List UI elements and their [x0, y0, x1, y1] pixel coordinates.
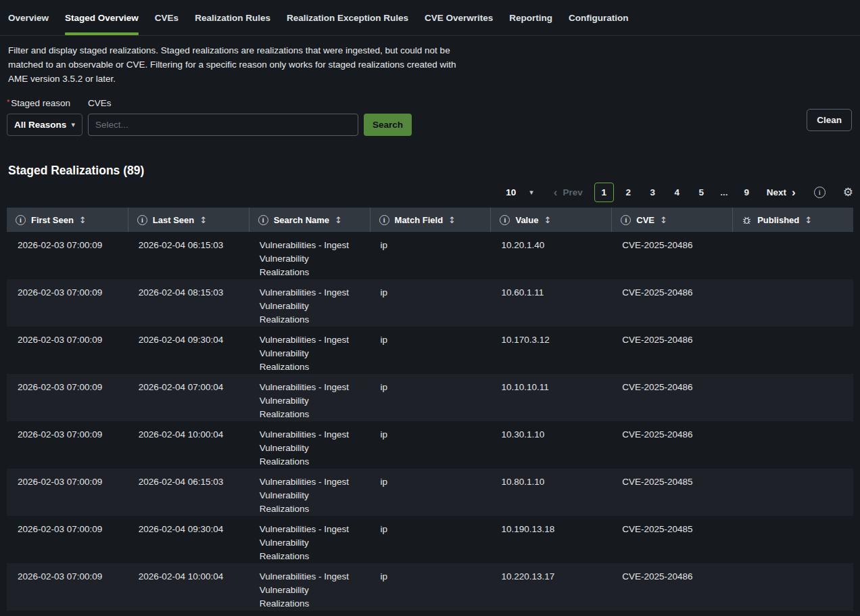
cell-match-field: ip [370, 563, 491, 611]
cell-value: 10.170.3.12 [490, 327, 611, 374]
tab-cves[interactable]: CVEs [155, 0, 178, 35]
cell-published [732, 327, 853, 374]
table-row: 2026-02-03 07:00:092026-02-04 10:00:04Vu… [7, 421, 853, 469]
chevron-left-icon: ‹ [554, 187, 558, 198]
app-page: OverviewStaged OverviewCVEsRealization R… [0, 0, 860, 616]
cell-value: 10.10.10.11 [490, 374, 611, 421]
cell-first-seen: 2026-02-03 07:00:09 [7, 516, 128, 563]
staged-reason-select[interactable]: All Reasons ▾ [7, 114, 82, 136]
cell-last-seen: 2026-02-04 06:15:03 [128, 469, 249, 516]
cell-published [732, 469, 853, 516]
tab-overview[interactable]: Overview [8, 0, 49, 35]
section-title: Staged Realizations (89) [8, 164, 852, 178]
cell-match-field: ip [370, 421, 491, 469]
sort-icon: ↕ [448, 215, 456, 225]
tab-bar: OverviewStaged OverviewCVEsRealization R… [0, 0, 860, 36]
next-button[interactable]: Next › [767, 187, 796, 198]
cell-last-seen: 2026-02-04 06:15:03 [128, 232, 249, 279]
column-label: CVE [636, 215, 654, 225]
page-button-1[interactable]: 1 [594, 183, 614, 202]
cell-cve: CVE-2025-20485 [611, 469, 732, 516]
info-icon[interactable]: i [814, 187, 826, 198]
cell-match-field: ip [370, 327, 491, 374]
cell-search-name: Vulnerabilities - Ingest Vulnerability R… [249, 469, 370, 516]
cell-match-field: ip [370, 279, 491, 327]
cell-value: 10.20.15.10 [490, 611, 611, 616]
tab-staged-overview[interactable]: Staged Overview [65, 0, 139, 35]
column-header-cve[interactable]: iCVE↕ [611, 208, 732, 232]
cell-first-seen: 2026-02-03 07:00:09 [7, 279, 128, 327]
cell-published [732, 279, 853, 327]
cell-search-name: Vulnerabilities - Ingest Vulnerability R… [249, 611, 370, 616]
cell-value: 10.20.1.40 [490, 232, 611, 279]
column-label: Value [515, 215, 538, 225]
column-header-published[interactable]: Published↕ [732, 208, 853, 232]
cell-published [732, 516, 853, 563]
tab-realization-rules[interactable]: Realization Rules [195, 0, 270, 35]
tab-configuration[interactable]: Configuration [569, 0, 628, 35]
gear-icon[interactable]: ⚙ [843, 185, 853, 199]
cell-search-name: Vulnerabilities - Ingest Vulnerability R… [249, 327, 370, 374]
cell-cve: CVE-2025-20486 [611, 374, 732, 421]
page-size-value: 10 [506, 187, 516, 197]
sort-icon: ↕ [805, 215, 812, 225]
info-icon: i [500, 215, 510, 225]
column-header-match-field[interactable]: iMatch Field↕ [370, 208, 491, 232]
cell-first-seen: 2026-02-03 07:00:09 [7, 469, 128, 516]
column-label: Match Field [395, 215, 444, 225]
info-icon: i [258, 215, 268, 225]
page-button-5[interactable]: 5 [692, 183, 711, 202]
filter-form: *Staged reason All Reasons ▾ CVEs Search [7, 98, 853, 136]
info-icon: i [379, 215, 389, 225]
cell-cve: CVE-2025-20486 [611, 279, 732, 327]
cell-cve: CVE-2025-20486 [611, 611, 732, 616]
page-button-9[interactable]: 9 [737, 183, 757, 202]
staged-realizations-table: iFirst Seen↕iLast Seen↕iSearch Name↕iMat… [7, 208, 853, 616]
staged-reason-value: All Reasons [14, 120, 66, 130]
table-row: 2026-02-03 07:00:092026-02-04 09:30:04Vu… [7, 516, 853, 563]
page-button-3[interactable]: 3 [643, 183, 663, 202]
pagination-ellipsis: ... [716, 187, 732, 197]
cell-cve: CVE-2025-20486 [611, 563, 732, 611]
cves-input[interactable] [88, 114, 358, 136]
table-body: 2026-02-03 07:00:092026-02-04 06:15:03Vu… [7, 232, 853, 616]
clean-button[interactable]: Clean [807, 109, 852, 131]
cell-last-seen: 2026-02-04 09:15:03 [128, 611, 249, 616]
cell-first-seen: 2026-02-03 07:00:09 [7, 327, 128, 374]
cell-search-name: Vulnerabilities - Ingest Vulnerability R… [249, 516, 370, 563]
tab-realization-exception-rules[interactable]: Realization Exception Rules [287, 0, 408, 35]
cell-value: 10.190.13.18 [490, 516, 611, 563]
search-button[interactable]: Search [364, 114, 412, 136]
column-label: Search Name [274, 215, 329, 225]
tab-reporting[interactable]: Reporting [509, 0, 552, 35]
cell-match-field: ip [370, 516, 491, 563]
staged-reason-group: *Staged reason All Reasons ▾ [7, 98, 82, 136]
sort-icon: ↕ [660, 215, 667, 225]
page-buttons: 12345...9 [594, 183, 757, 202]
table-row: 2026-02-03 07:00:092026-02-04 09:15:03Vu… [7, 611, 853, 616]
page-button-2[interactable]: 2 [619, 183, 638, 202]
cell-published [732, 421, 853, 469]
cell-published [732, 611, 853, 616]
prev-button[interactable]: ‹ Prev [554, 187, 583, 198]
column-header-last-seen[interactable]: iLast Seen↕ [128, 208, 249, 232]
column-header-first-seen[interactable]: iFirst Seen↕ [7, 208, 128, 232]
cell-first-seen: 2026-02-03 07:00:09 [7, 421, 128, 469]
cell-cve: CVE-2025-20486 [611, 421, 732, 469]
bug-icon [742, 215, 752, 225]
column-header-value[interactable]: iValue↕ [490, 208, 611, 232]
info-icon: i [137, 215, 147, 225]
cell-value: 10.80.1.10 [490, 469, 611, 516]
cell-last-seen: 2026-02-04 10:00:04 [128, 421, 249, 469]
cell-value: 10.30.1.10 [490, 421, 611, 469]
cell-match-field: ip [370, 611, 491, 616]
cell-last-seen: 2026-02-04 08:15:03 [128, 279, 249, 327]
page-button-4[interactable]: 4 [667, 183, 687, 202]
page-size-select[interactable]: 10 ▾ [506, 187, 533, 197]
tab-cve-overwrites[interactable]: CVE Overwrites [425, 0, 493, 35]
column-label: First Seen [31, 215, 74, 225]
cell-match-field: ip [370, 374, 491, 421]
cell-value: 10.220.13.17 [490, 563, 611, 611]
column-header-search-name[interactable]: iSearch Name↕ [249, 208, 370, 232]
cell-first-seen: 2026-02-03 07:00:09 [7, 374, 128, 421]
